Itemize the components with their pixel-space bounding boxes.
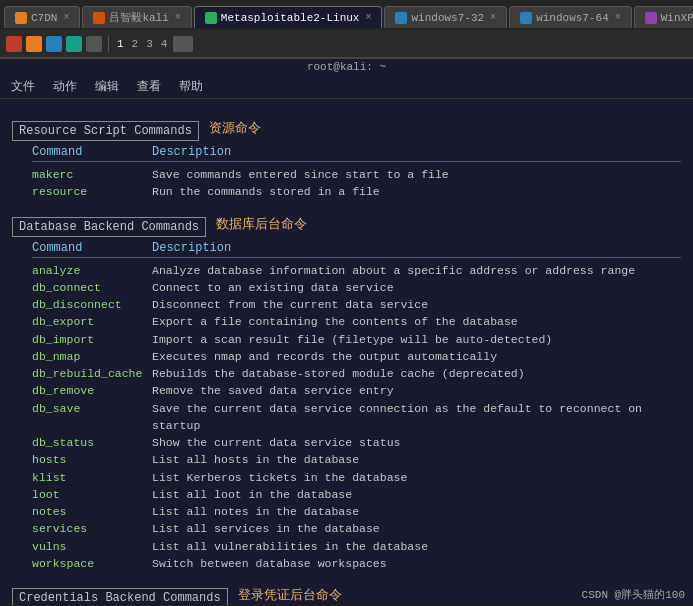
table-row: makerc Save commands entered since start… [32,166,681,183]
menu-edit[interactable]: 编辑 [92,77,122,96]
desc-analyze: Analyze database information about a spe… [152,262,681,279]
menu-view[interactable]: 查看 [134,77,164,96]
cmd-db-import: db_import [32,331,152,348]
menu-bar: 文件 动作 编辑 查看 帮助 [0,75,693,99]
table-row: services List all services in the databa… [32,520,681,537]
page-3[interactable]: 3 [146,38,153,50]
csdn-badge: CSDN @胖头猫的100 [582,587,685,602]
tab-win7-32[interactable]: windows7-32 × [384,6,507,28]
toolbar-btn-red[interactable] [6,36,22,52]
desc-db-nmap: Executes nmap and records the output aut… [152,348,681,365]
toolbar-btn-orange[interactable] [26,36,42,52]
page-2[interactable]: 2 [132,38,139,50]
table-row: klist List Kerberos tickets in the datab… [32,469,681,486]
tab-label: windows7-64 [536,12,609,24]
tab-favicon [205,12,217,24]
desc-db-import: Import a scan result file (filetype will… [152,331,681,348]
desc-loot: List all loot in the database [152,486,681,503]
desc-vulns: List all vulnerabilities in the database [152,538,681,555]
tab-favicon [395,12,407,24]
cmd-resource: resource [32,183,152,200]
database-annotation: 数据库后台命令 [216,215,307,233]
tab-favicon [93,12,105,24]
cmd-hosts: hosts [32,451,152,468]
resource-table-header: Command Description [32,145,681,159]
tab-c7dn[interactable]: C7DN × [4,6,80,28]
table-row: db_disconnect Disconnect from the curren… [32,296,681,313]
toolbar-btn-blue[interactable] [46,36,62,52]
toolbar-btn-teal[interactable] [66,36,82,52]
close-icon[interactable]: × [615,12,621,23]
table-row: analyze Analyze database information abo… [32,262,681,279]
table-row: db_connect Connect to an existing data s… [32,279,681,296]
toolbar-separator [108,36,109,52]
cmd-workspace: workspace [32,555,152,572]
tab-win7-64[interactable]: windows7-64 × [509,6,632,28]
cmd-db-remove: db_remove [32,382,152,399]
close-icon[interactable]: × [490,12,496,23]
terminal-title: root@kali: ~ [0,59,693,75]
tab-label: C7DN [31,12,57,24]
resource-section-row: Resource Script Commands 资源命令 [12,113,681,143]
desc-db-status: Show the current data service status [152,434,681,451]
menu-help[interactable]: 帮助 [176,77,206,96]
cmd-notes: notes [32,503,152,520]
tab-label: 吕智毅kali [109,10,168,25]
tab-metasploitable[interactable]: Metasploitable2-Linux × [194,6,383,28]
page-4[interactable]: 4 [161,38,168,50]
desc-db-remove: Remove the saved data service entry [152,382,681,399]
toolbar-btn-gray[interactable] [86,36,102,52]
cmd-loot: loot [32,486,152,503]
desc-db-rebuild-cache: Rebuilds the database-stored module cach… [152,365,681,382]
close-icon[interactable]: × [365,12,371,23]
tab-kali[interactable]: 吕智毅kali × [82,6,191,28]
page-1[interactable]: 1 [117,38,124,50]
tab-favicon [520,12,532,24]
close-icon[interactable]: × [63,12,69,23]
cmd-db-connect: db_connect [32,279,152,296]
cmd-vulns: vulns [32,538,152,555]
resource-col-description: Description [152,145,231,159]
cmd-analyze: analyze [32,262,152,279]
table-row: db_save Save the current data service co… [32,400,681,435]
tab-bar: C7DN × 吕智毅kali × Metasploitable2-Linux ×… [0,0,693,30]
menu-action[interactable]: 动作 [50,77,80,96]
tab-label: windows7-32 [411,12,484,24]
cmd-services: services [32,520,152,537]
table-row: workspace Switch between database worksp… [32,555,681,572]
credentials-annotation: 登录凭证后台命令 [238,586,342,604]
desc-db-connect: Connect to an existing data service [152,279,681,296]
tab-label: Metasploitable2-Linux [221,12,360,24]
tab-label: WinXPenSP3 [661,12,693,24]
tab-favicon [15,12,27,24]
resource-annotation: 资源命令 [209,119,261,137]
terminal-content: Resource Script Commands 资源命令 Command De… [0,99,693,605]
desc-services: List all services in the database [152,520,681,537]
desc-db-save: Save the current data service connection… [152,400,681,435]
toolbar-btn-nav[interactable] [173,36,193,52]
table-row: vulns List all vulnerabilities in the da… [32,538,681,555]
table-row: db_status Show the current data service … [32,434,681,451]
database-col-description: Description [152,241,231,255]
database-command-table: Command Description analyze Analyze data… [32,241,681,573]
table-row: db_nmap Executes nmap and records the ou… [32,348,681,365]
database-table-header: Command Description [32,241,681,255]
desc-resource: Run the commands stored in a file [152,183,681,200]
tab-winxpen[interactable]: WinXPenSP3 × [634,6,693,28]
desc-klist: List Kerberos tickets in the database [152,469,681,486]
database-section-row: Database Backend Commands 数据库后台命令 [12,209,681,239]
cmd-db-status: db_status [32,434,152,451]
toolbar: 1 2 3 4 [0,30,693,58]
desc-db-disconnect: Disconnect from the current data service [152,296,681,313]
menu-file[interactable]: 文件 [8,77,38,96]
desc-hosts: List all hosts in the database [152,451,681,468]
close-icon[interactable]: × [175,12,181,23]
table-row: db_remove Remove the saved data service … [32,382,681,399]
cmd-db-nmap: db_nmap [32,348,152,365]
desc-notes: List all notes in the database [152,503,681,520]
credentials-section-header: Credentials Backend Commands [12,588,228,605]
resource-divider [32,161,681,162]
resource-col-command: Command [32,145,152,159]
cmd-db-save: db_save [32,400,152,435]
database-divider [32,257,681,258]
